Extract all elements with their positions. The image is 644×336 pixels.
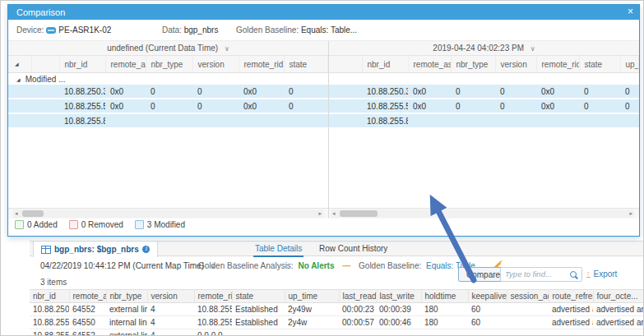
column-header[interactable]: version (495, 56, 536, 73)
cell: 0 (451, 99, 495, 113)
cell (536, 113, 579, 128)
tab-row-count-history[interactable]: Row Count History (317, 242, 389, 255)
panel-divider (328, 41, 329, 218)
table-tab-bgp-nbrs[interactable]: bgp_nbrs: $bgp_nbrs (33, 242, 158, 257)
cell: 10.88.255.81 (194, 303, 232, 316)
column-header[interactable]: last_read (339, 290, 376, 303)
column-header[interactable]: session_active (507, 290, 549, 303)
column-header[interactable]: nbr_id (30, 290, 69, 303)
collapse-all-icon[interactable]: ◢ (15, 61, 19, 67)
table-row[interactable]: 10.88.255.81 (8, 113, 328, 128)
cell: 10.88.255.5 (30, 316, 69, 329)
cell: Established (232, 303, 285, 316)
column-header[interactable]: remote_as (408, 56, 451, 73)
table-row[interactable]: 10.88.255.564550internal link410.88.255.… (30, 316, 644, 329)
search-icon[interactable] (570, 271, 577, 278)
left-h-scrollbar[interactable]: ◂ ▸ (13, 209, 323, 218)
cell (376, 329, 421, 336)
cell (620, 113, 639, 128)
export-button[interactable]: ↑ Export (586, 269, 617, 278)
close-button[interactable]: × (628, 5, 633, 20)
cell: 10.88.255.5 (59, 99, 105, 113)
map-time-label: 04/22/2019 10:44:12 PM (Current Map Time… (40, 261, 204, 270)
right-time-dropdown[interactable]: 2019-04-24 04:02:23 PM ∨ (329, 41, 639, 56)
table-row[interactable]: 10.88.255.50x0000x000 (329, 99, 639, 113)
scroll-left-icon[interactable]: ◂ (332, 209, 336, 218)
scroll-thumb[interactable] (340, 210, 378, 217)
table-row[interactable]: 10.88.250.3164552external link410.88.255… (30, 303, 644, 316)
spacer-cell (8, 56, 31, 73)
right-comparison-table: nbr_idremote_asnbr_typeversionremote_rid… (329, 56, 639, 129)
column-header[interactable]: state (232, 290, 285, 303)
column-header[interactable]: remote_as (69, 290, 106, 303)
modified-label: 3 Modified (147, 220, 185, 229)
cell (284, 113, 328, 128)
scroll-right-icon[interactable]: ▸ (629, 209, 632, 218)
cell (593, 329, 644, 336)
table-row[interactable]: 10.88.250.310x0000x000 (329, 85, 639, 99)
column-header[interactable]: nbr_id (59, 56, 105, 73)
cell (468, 329, 507, 336)
column-header[interactable]: remote_as (105, 56, 146, 73)
search-input[interactable] (501, 268, 568, 278)
chevron-down-icon: ∨ (530, 45, 535, 53)
column-header[interactable]: remote_rid (194, 290, 232, 303)
baseline-label: Golden Baseline: (236, 25, 299, 35)
cell: 0 (495, 99, 536, 113)
cell (507, 303, 549, 316)
column-header[interactable]: nbr_type (146, 56, 192, 73)
map-time-dropdown[interactable]: 04/22/2019 10:44:12 PM (Current Map Time… (40, 261, 215, 270)
screenshot-canvas: bgp_nbrs: $bgp_nbrs Table Details Row Co… (0, 0, 644, 336)
cell: 4 (147, 316, 194, 329)
scroll-left-icon[interactable]: ◂ (15, 209, 18, 218)
column-header[interactable]: remote_rid (239, 56, 284, 73)
column-header[interactable]: nbr_id (362, 56, 408, 73)
table-row[interactable]: 10.88.255.8164552external link40.0.0.0 (30, 329, 644, 336)
column-header[interactable]: nbr_type (451, 56, 495, 73)
right-h-scrollbar[interactable]: ◂ ▸ (331, 209, 634, 218)
cell: 0x0 (239, 99, 284, 113)
cell: 00:00:39 (376, 303, 421, 316)
legend-removed: 0 Removed (69, 220, 123, 229)
spacer-cell (8, 113, 31, 128)
column-header[interactable]: up_time (620, 56, 639, 73)
comparison-dialog: Comparison × Device:PE-ASR1K-02 Data: bg… (7, 4, 640, 237)
column-header[interactable]: version (147, 290, 194, 303)
cell: 60 (468, 316, 507, 329)
left-time-dropdown[interactable]: undefined (Current Data Time) ∨ (8, 41, 328, 56)
column-header[interactable]: nbr_type (106, 290, 147, 303)
column-header[interactable]: version (192, 56, 239, 73)
cell: 0x0 (536, 99, 579, 113)
column-header[interactable]: last_write (376, 290, 421, 303)
cell: 0x0 (536, 85, 579, 99)
cell: 00:00:23 (339, 303, 376, 316)
info-icon[interactable] (142, 246, 150, 253)
dialog-info-bar: Device:PE-ASR1K-02 Data: bgp_nbrs Golden… (8, 20, 639, 41)
group-row-modified[interactable]: ◢Modified ... (8, 73, 328, 85)
cell (239, 113, 284, 128)
scroll-thumb[interactable] (22, 210, 44, 217)
search-box[interactable] (500, 267, 582, 282)
cell: 0x0 (239, 85, 284, 99)
column-header[interactable]: state (579, 56, 620, 73)
tab-table-details[interactable]: Table Details (253, 242, 303, 257)
dialog-titlebar[interactable]: Comparison × (8, 5, 639, 20)
column-header[interactable]: state (284, 56, 328, 73)
cell: 0.0.0.0 (194, 329, 232, 336)
table-row[interactable]: 10.88.250.310x0000x00 (8, 85, 328, 99)
column-header[interactable]: remote_rid (536, 56, 579, 73)
data-label: Data: (162, 25, 182, 35)
table-row[interactable]: 10.88.255.81 (329, 113, 639, 128)
scroll-right-icon[interactable]: ▸ (318, 209, 322, 218)
spacer-cell (329, 56, 362, 73)
table-row[interactable]: 10.88.255.50x0000x00 (8, 99, 328, 113)
items-count: 3 items (40, 278, 67, 287)
column-header[interactable]: holdtime (421, 290, 468, 303)
cell (146, 113, 192, 128)
dialog-title: Comparison (16, 7, 65, 17)
column-header[interactable]: four_octe... (593, 290, 644, 303)
column-header[interactable]: route_refresh (549, 290, 593, 303)
column-header[interactable]: keepalive (468, 290, 507, 303)
chevron-down-icon: ∨ (225, 45, 229, 53)
column-header[interactable]: up_time (285, 290, 339, 303)
